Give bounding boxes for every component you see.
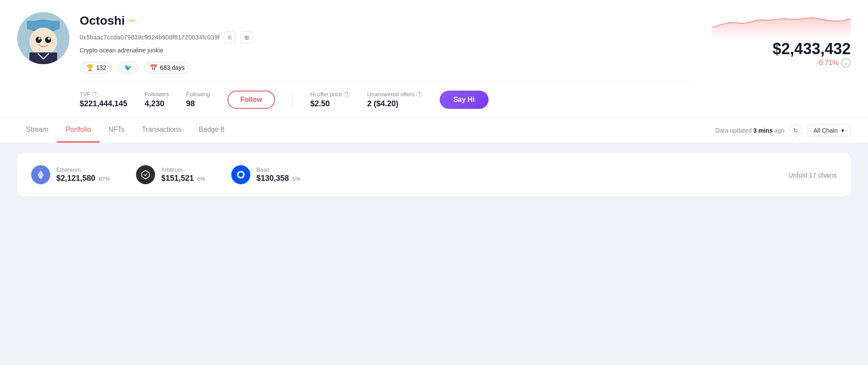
following-value: 98 bbox=[186, 99, 210, 108]
follow-button[interactable]: Follow bbox=[227, 91, 275, 109]
chain-dropdown-label: All Chain bbox=[813, 127, 838, 134]
ethereum-logo bbox=[31, 165, 50, 184]
edit-icon[interactable]: ✏ bbox=[129, 16, 136, 26]
trophy-count: 132 bbox=[96, 64, 106, 71]
arbitrum-pct: 6% bbox=[197, 176, 205, 182]
tabs-section: Stream Portfolio NFTs Transactions Badge… bbox=[0, 117, 868, 143]
tvf-label: TVF bbox=[80, 91, 91, 98]
svg-point-7 bbox=[48, 38, 50, 40]
tab-nfts[interactable]: NFTs bbox=[100, 118, 133, 143]
svg-point-3 bbox=[29, 28, 57, 55]
base-value: $130,358 bbox=[256, 174, 289, 183]
refresh-button[interactable]: ↻ bbox=[790, 124, 802, 137]
arbitrum-name: Arbitrum bbox=[161, 166, 205, 173]
stats-row: TVF ? $221,444,145 Followers 4,230 Follo… bbox=[80, 81, 693, 117]
tab-portfolio[interactable]: Portfolio bbox=[57, 118, 100, 143]
tvf-stat: TVF ? $221,444,145 bbox=[80, 91, 127, 108]
base-pct: 5% bbox=[292, 176, 301, 182]
svg-point-4 bbox=[36, 37, 42, 43]
portfolio-change-icon[interactable]: ⌄ bbox=[841, 58, 851, 68]
tab-badge[interactable]: Badge 8 bbox=[190, 118, 233, 143]
base-name: Base bbox=[256, 166, 301, 173]
arbitrum-logo bbox=[136, 165, 155, 184]
portfolio-total: $2,433,432 bbox=[773, 40, 851, 58]
data-updated-label: Data updated 3 mins ago bbox=[715, 127, 784, 134]
followers-value: 4,230 bbox=[145, 99, 169, 108]
time-ago-value: 3 mins bbox=[753, 127, 772, 134]
trophy-icon: 🏆 bbox=[86, 64, 94, 71]
base-logo bbox=[231, 165, 250, 184]
divider bbox=[292, 91, 293, 108]
tvf-help-icon[interactable]: ? bbox=[92, 91, 98, 98]
svg-point-6 bbox=[39, 38, 41, 40]
days-badge: 📅 683 days bbox=[143, 62, 191, 74]
avatar bbox=[17, 12, 69, 64]
twitter-badge[interactable]: 🐦 bbox=[118, 62, 138, 74]
wallet-row: 0x5baac7ccda079839c9524b90df81720834fc03… bbox=[80, 31, 693, 43]
badges-row: 🏆 132 🐦 📅 683 days bbox=[80, 62, 693, 81]
unanswered-label: Unanswered offers bbox=[367, 91, 415, 98]
chain-item-ethereum: Ethereum $2,121,580 87% bbox=[31, 165, 110, 184]
ethereum-info: Ethereum $2,121,580 87% bbox=[56, 166, 110, 183]
wallet-address: 0x5baac7ccda079839c9524b90df81720834fc03… bbox=[80, 34, 220, 41]
tab-stream[interactable]: Stream bbox=[17, 118, 57, 143]
followers-stat: Followers 4,230 bbox=[145, 91, 169, 108]
following-stat: Following 98 bbox=[186, 91, 210, 108]
profile-info: Octoshi ✏ 0x5baac7ccda079839c9524b90df81… bbox=[80, 12, 693, 117]
svg-point-10 bbox=[239, 173, 243, 177]
chains-card: Ethereum $2,121,580 87% Arbitrum $151,52… bbox=[17, 153, 851, 196]
hi-price-help-icon[interactable]: ? bbox=[344, 91, 350, 98]
ethereum-pct: 87% bbox=[99, 176, 110, 182]
ethereum-value: $2,121,580 bbox=[56, 174, 95, 183]
chain-item-base: Base $130,358 5% bbox=[231, 165, 301, 184]
data-updated-text: Data updated bbox=[715, 127, 751, 134]
chevron-down-icon: ▾ bbox=[841, 127, 844, 134]
hi-price-stat: Hi offer price ? $2.50 bbox=[310, 91, 350, 108]
copy-address-button[interactable]: ⎘ bbox=[224, 31, 236, 43]
profile-name: Octoshi bbox=[80, 14, 125, 28]
svg-point-5 bbox=[45, 37, 51, 43]
followers-label: Followers bbox=[145, 91, 169, 98]
tab-transactions[interactable]: Transactions bbox=[133, 118, 190, 143]
portfolio-chart bbox=[712, 12, 851, 38]
bio: Crypto ocean adrenaline junkie bbox=[80, 47, 693, 54]
days-active: 683 days bbox=[160, 64, 185, 71]
tabs-right: Data updated 3 mins ago ↻ All Chain ▾ bbox=[715, 124, 851, 137]
tabs-list: Stream Portfolio NFTs Transactions Badge… bbox=[17, 118, 233, 143]
unanswered-stat: Unanswered offers ? 2 ($4.20) bbox=[367, 91, 422, 108]
calendar-icon: 📅 bbox=[150, 64, 157, 71]
ethereum-name: Ethereum bbox=[56, 166, 110, 173]
arbitrum-value: $151,521 bbox=[161, 174, 194, 183]
trophy-badge: 🏆 132 bbox=[80, 62, 113, 74]
chain-item-arbitrum: Arbitrum $151,521 6% bbox=[136, 165, 205, 184]
portfolio-value-section: $2,433,432 -0.71% ⌄ bbox=[703, 12, 851, 68]
tvf-value: $221,444,145 bbox=[80, 99, 127, 108]
main-content: Ethereum $2,121,580 87% Arbitrum $151,52… bbox=[0, 143, 868, 207]
unanswered-value: 2 ($4.20) bbox=[367, 99, 422, 108]
base-info: Base $130,358 5% bbox=[256, 166, 301, 183]
unanswered-help-icon[interactable]: ? bbox=[416, 91, 422, 98]
chain-dropdown[interactable]: All Chain ▾ bbox=[807, 124, 851, 137]
hi-price-label: Hi offer price bbox=[310, 91, 342, 98]
hi-price-value: $2.50 bbox=[310, 99, 350, 108]
portfolio-change: -0.71% ⌄ bbox=[816, 58, 851, 68]
say-hi-button[interactable]: Say Hi bbox=[440, 91, 489, 109]
twitter-icon: 🐦 bbox=[124, 64, 132, 71]
ago-text: ago bbox=[774, 127, 784, 134]
unfold-chains-button[interactable]: Unfold 17 chains bbox=[788, 171, 837, 179]
arbitrum-info: Arbitrum $151,521 6% bbox=[161, 166, 205, 183]
following-label: Following bbox=[186, 91, 210, 98]
qr-code-button[interactable]: ⊞ bbox=[240, 31, 253, 43]
svg-rect-8 bbox=[29, 52, 57, 64]
portfolio-change-value: -0.71% bbox=[816, 59, 839, 67]
